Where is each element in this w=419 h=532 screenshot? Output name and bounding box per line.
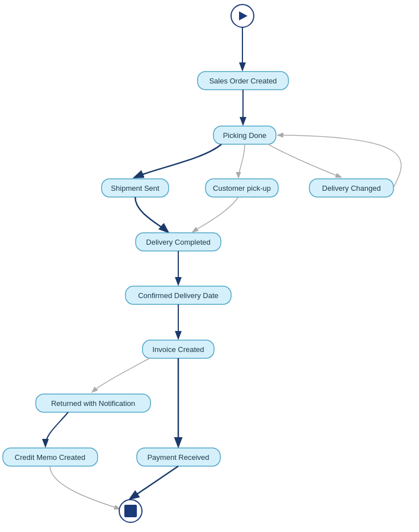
returned-notification-label: Returned with Notification [51,399,135,408]
arrow-returned-credit [45,412,68,446]
invoice-created-label: Invoice Created [152,345,204,354]
arrow-shipment-delivery-completed [135,197,167,232]
arrow-picking-customer [238,144,245,177]
end-icon [124,505,137,517]
arrow-picking-delivery-changed [268,144,341,177]
arrow-credit-end [50,466,119,509]
diagram-svg: Sales Order Created Picking Done Shipmen… [0,0,419,532]
credit-memo-label: Credit Memo Created [15,453,85,462]
delivery-completed-label: Delivery Completed [146,238,210,246]
payment-received-label: Payment Received [147,453,209,462]
arrow-invoice-returned [93,358,150,392]
customer-pickup-label: Customer pick-up [213,184,271,192]
arrow-picking-shipment [135,144,221,177]
delivery-changed-label: Delivery Changed [322,184,380,192]
diagram-container: Sales Order Created Picking Done Shipmen… [0,0,419,532]
picking-done-label: Picking Done [223,131,267,140]
confirmed-delivery-label: Confirmed Delivery Date [138,291,219,300]
arrow-payment-end [131,466,178,499]
sales-order-label: Sales Order Created [209,77,276,85]
shipment-sent-label: Shipment Sent [111,184,160,192]
arrow-customer-delivery-completed [193,197,238,232]
